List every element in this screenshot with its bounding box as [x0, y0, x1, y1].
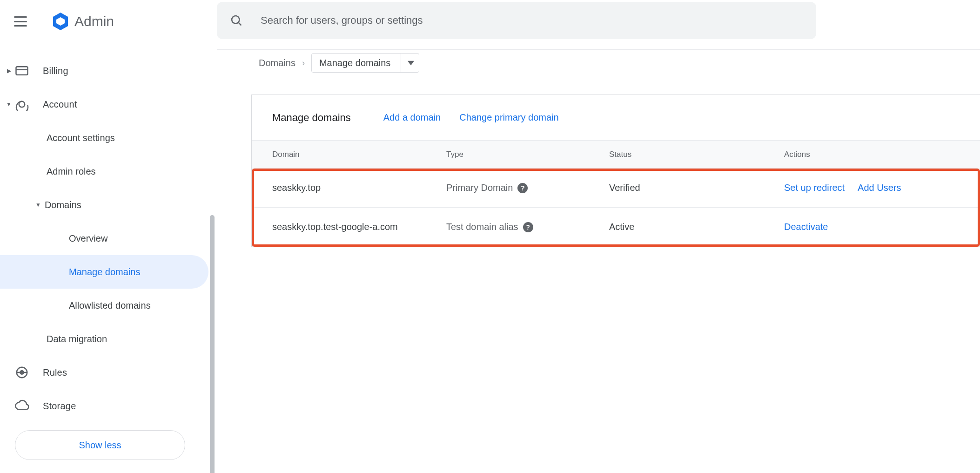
sidebar-item-data-migration[interactable]: Data migration — [0, 322, 208, 356]
expand-arrow-icon: ▶ — [5, 68, 13, 74]
svg-point-8 — [20, 371, 24, 374]
sidebar-item-manage-domains[interactable]: Manage domains — [0, 255, 208, 289]
sidebar-item-storage[interactable]: Storage — [0, 389, 208, 423]
col-header-actions: Actions — [784, 150, 980, 159]
search-bar[interactable] — [217, 2, 816, 39]
dropdown-arrow-icon — [401, 54, 414, 72]
breadcrumb-dropdown[interactable]: Manage domains — [311, 53, 419, 73]
svg-marker-11 — [408, 61, 414, 66]
card-title: Manage domains — [272, 112, 351, 124]
col-header-status: Status — [609, 150, 784, 159]
app-name: Admin — [74, 14, 114, 29]
cell-type: Primary Domain? — [446, 182, 609, 193]
svg-line-3 — [239, 23, 242, 26]
nav-label: Data migration — [47, 334, 107, 345]
storage-icon — [15, 399, 29, 413]
show-less-button[interactable]: Show less — [15, 430, 185, 460]
help-icon[interactable]: ? — [523, 222, 533, 232]
breadcrumb-parent[interactable]: Domains — [259, 58, 295, 68]
change-primary-domain-button[interactable]: Change primary domain — [459, 112, 558, 123]
sidebar: ▶ Billing ▼ Account Account settings Adm… — [0, 54, 208, 460]
sidebar-item-domains[interactable]: ▼ Domains — [0, 188, 208, 222]
svg-rect-4 — [16, 67, 28, 75]
sidebar-item-billing[interactable]: ▶ Billing — [0, 54, 208, 88]
col-header-domain: Domain — [272, 150, 446, 159]
nav-label: Overview — [69, 233, 107, 244]
sidebar-item-rules[interactable]: Rules — [0, 356, 208, 389]
sidebar-item-overview[interactable]: Overview — [0, 222, 208, 255]
cell-type: Test domain alias? — [446, 222, 609, 232]
account-icon — [15, 97, 29, 111]
table-row[interactable]: seaskky.top.test-google-a.comTest domain… — [252, 208, 980, 247]
billing-icon — [15, 64, 29, 78]
manage-domains-card: Manage domains Add a domain Change prima… — [251, 95, 980, 247]
card-header: Manage domains Add a domain Change prima… — [252, 95, 980, 141]
nav-label: Manage domains — [69, 267, 140, 277]
admin-logo[interactable]: Admin — [50, 11, 114, 32]
cell-status: Active — [609, 222, 784, 232]
nav-label: Account settings — [47, 133, 115, 143]
breadcrumb: Domains › Manage domains — [217, 50, 980, 76]
nav-label: Admin roles — [47, 166, 96, 177]
cell-domain: seaskky.top — [272, 182, 446, 193]
action-link[interactable]: Set up redirect — [784, 182, 845, 193]
add-domain-button[interactable]: Add a domain — [383, 112, 441, 123]
chevron-right-icon: › — [302, 58, 305, 68]
table-header-row: Domain Type Status Actions — [252, 141, 980, 169]
sidebar-item-allowlisted-domains[interactable]: Allowlisted domains — [0, 289, 208, 322]
nav-label: Allowlisted domains — [69, 300, 151, 311]
collapse-arrow-icon: ▼ — [5, 101, 13, 108]
col-header-type: Type — [446, 150, 609, 159]
svg-point-2 — [232, 16, 239, 23]
search-input[interactable] — [261, 14, 803, 27]
main-content: Domains › Manage domains Manage domains … — [217, 49, 980, 247]
cell-status: Verified — [609, 182, 784, 193]
cell-domain: seaskky.top.test-google-a.com — [272, 222, 446, 232]
rules-icon — [15, 365, 29, 379]
action-link[interactable]: Add Users — [858, 182, 901, 193]
nav-label: Account — [43, 99, 77, 110]
nav-label: Billing — [43, 66, 68, 76]
nav-label: Rules — [43, 367, 67, 378]
cell-actions: Set up redirectAdd Users — [784, 182, 980, 193]
table-row[interactable]: seaskky.topPrimary Domain?VerifiedSet up… — [252, 169, 980, 208]
sidebar-item-account[interactable]: ▼ Account — [0, 88, 208, 121]
collapse-arrow-icon: ▼ — [35, 202, 41, 208]
cell-actions: Deactivate — [784, 222, 980, 232]
table-body: seaskky.topPrimary Domain?VerifiedSet up… — [252, 169, 980, 247]
search-icon — [230, 14, 243, 27]
nav-label: Domains — [45, 200, 81, 210]
sidebar-item-admin-roles[interactable]: Admin roles — [0, 155, 208, 188]
main-menu-button[interactable] — [13, 14, 28, 29]
sidebar-item-account-settings[interactable]: Account settings — [0, 121, 208, 155]
action-link[interactable]: Deactivate — [784, 222, 828, 232]
sidebar-scrollbar[interactable] — [210, 215, 215, 473]
nav-label: Storage — [43, 401, 76, 412]
admin-logo-icon — [50, 11, 71, 32]
help-icon[interactable]: ? — [517, 183, 528, 193]
breadcrumb-current: Manage domains — [319, 58, 390, 68]
button-label: Show less — [79, 440, 121, 451]
